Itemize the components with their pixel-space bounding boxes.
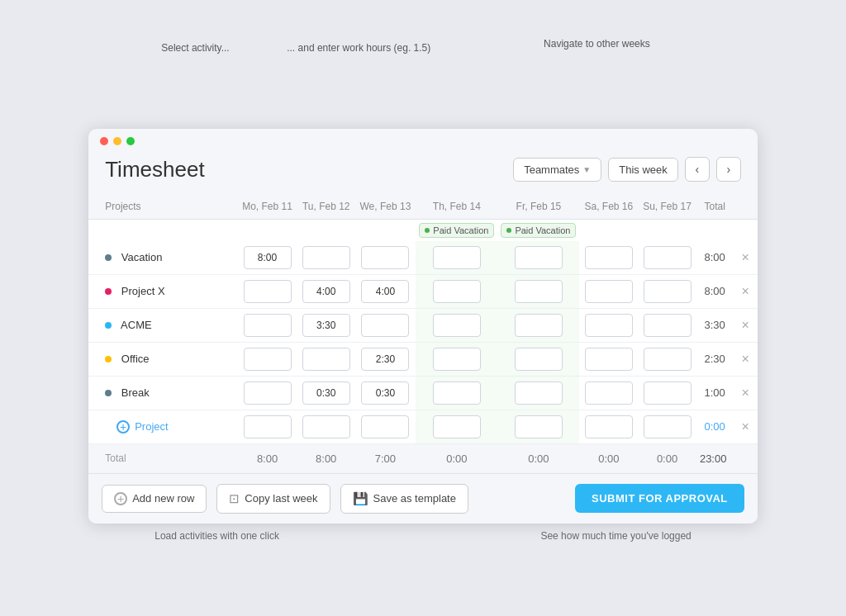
delete-acme-button[interactable]: × [736, 318, 753, 333]
input-office-wed[interactable] [361, 348, 409, 371]
cell-new-wed[interactable] [355, 410, 416, 443]
cell-vacation-mon[interactable] [237, 241, 297, 275]
traffic-light-green[interactable] [126, 137, 135, 145]
input-new-sun[interactable] [644, 415, 692, 438]
input-vacation-wed[interactable] [361, 246, 409, 269]
cell-vacation-sat[interactable] [579, 241, 638, 275]
delete-acme[interactable]: × [733, 308, 757, 342]
cell-new-sun[interactable] [638, 410, 696, 443]
copy-last-week-button[interactable]: ⊡ Copy last week [216, 484, 330, 514]
delete-new[interactable]: × [733, 410, 757, 443]
delete-vacation[interactable]: × [733, 241, 757, 275]
input-acme-fri[interactable] [515, 314, 563, 337]
input-new-tue[interactable] [302, 415, 350, 438]
cell-break-thu[interactable] [416, 376, 497, 410]
cell-office-sun[interactable] [638, 342, 696, 376]
cell-new-mon[interactable] [237, 410, 297, 443]
delete-break[interactable]: × [733, 376, 757, 410]
input-vacation-sun[interactable] [644, 246, 692, 269]
cell-acme-fri[interactable] [497, 308, 579, 342]
cell-office-tue[interactable] [297, 342, 355, 376]
cell-vacation-thu[interactable] [416, 241, 497, 275]
cell-projectx-sat[interactable] [579, 274, 638, 308]
input-break-thu[interactable] [433, 381, 481, 405]
input-vacation-fri[interactable] [515, 246, 563, 269]
cell-projectx-tue[interactable] [297, 274, 355, 308]
input-projectx-thu[interactable] [433, 280, 481, 303]
input-break-mon[interactable] [244, 381, 292, 405]
cell-acme-sat[interactable] [579, 308, 638, 342]
delete-office[interactable]: × [733, 342, 757, 376]
traffic-light-yellow[interactable] [113, 137, 121, 145]
input-break-wed[interactable] [361, 381, 409, 405]
input-acme-wed[interactable] [361, 314, 409, 337]
next-week-button[interactable]: › [716, 157, 741, 182]
submit-for-approval-button[interactable]: SUBMIT FOR APPROVAL [575, 484, 744, 513]
this-week-button[interactable]: This week [608, 158, 678, 182]
cell-vacation-wed[interactable] [355, 241, 416, 275]
input-acme-sun[interactable] [644, 314, 692, 337]
delete-vacation-button[interactable]: × [736, 250, 753, 265]
input-projectx-sun[interactable] [644, 280, 692, 303]
cell-break-mon[interactable] [237, 376, 297, 410]
input-office-thu[interactable] [433, 348, 481, 371]
input-acme-tue[interactable] [302, 314, 350, 337]
input-break-sun[interactable] [644, 381, 692, 405]
cell-projectx-thu[interactable] [416, 274, 497, 308]
cell-break-sun[interactable] [638, 376, 696, 410]
cell-break-wed[interactable] [355, 376, 416, 410]
input-vacation-tue[interactable] [302, 246, 350, 269]
input-acme-mon[interactable] [244, 314, 292, 337]
input-break-fri[interactable] [515, 381, 563, 405]
cell-new-tue[interactable] [297, 410, 355, 443]
cell-acme-wed[interactable] [355, 308, 416, 342]
input-office-sun[interactable] [644, 348, 692, 371]
input-acme-sat[interactable] [585, 314, 633, 337]
cell-vacation-fri[interactable] [497, 241, 579, 275]
cell-office-fri[interactable] [497, 342, 579, 376]
input-break-sat[interactable] [585, 381, 633, 405]
cell-vacation-sun[interactable] [638, 241, 696, 275]
input-projectx-mon[interactable] [244, 280, 292, 303]
delete-projectx-button[interactable]: × [736, 284, 753, 299]
input-projectx-sat[interactable] [585, 280, 633, 303]
cell-office-mon[interactable] [237, 342, 297, 376]
input-office-fri[interactable] [515, 348, 563, 371]
input-projectx-wed[interactable] [361, 280, 409, 303]
input-vacation-mon[interactable] [244, 246, 292, 269]
cell-projectx-fri[interactable] [497, 274, 579, 308]
add-project-button[interactable]: + Project [105, 420, 168, 434]
delete-new-button[interactable]: × [736, 419, 753, 434]
delete-break-button[interactable]: × [736, 386, 753, 400]
traffic-light-red[interactable] [100, 137, 108, 145]
input-new-mon[interactable] [244, 415, 292, 438]
cell-projectx-mon[interactable] [237, 274, 297, 308]
cell-acme-sun[interactable] [638, 308, 696, 342]
input-new-fri[interactable] [515, 415, 563, 438]
input-office-sat[interactable] [585, 348, 633, 371]
prev-week-button[interactable]: ‹ [685, 157, 710, 182]
input-vacation-thu[interactable] [433, 246, 481, 269]
input-office-mon[interactable] [244, 348, 292, 371]
delete-office-button[interactable]: × [736, 352, 753, 367]
cell-vacation-tue[interactable] [297, 241, 355, 275]
input-break-tue[interactable] [302, 381, 350, 405]
cell-projectx-sun[interactable] [638, 274, 696, 308]
delete-projectx[interactable]: × [733, 274, 757, 308]
cell-new-thu[interactable] [416, 410, 497, 443]
input-office-tue[interactable] [302, 348, 350, 371]
input-projectx-fri[interactable] [515, 280, 563, 303]
cell-office-thu[interactable] [416, 342, 497, 376]
add-new-row-button[interactable]: + Add new row [102, 485, 207, 513]
cell-acme-thu[interactable] [416, 308, 497, 342]
cell-projectx-wed[interactable] [355, 274, 416, 308]
save-as-template-button[interactable]: 💾 Save as template [340, 484, 468, 514]
add-project-cell[interactable]: + Project [88, 410, 237, 443]
cell-break-tue[interactable] [297, 376, 355, 410]
cell-acme-mon[interactable] [237, 308, 297, 342]
cell-acme-tue[interactable] [297, 308, 355, 342]
cell-new-sat[interactable] [579, 410, 638, 443]
cell-new-fri[interactable] [497, 410, 579, 443]
input-acme-thu[interactable] [433, 314, 481, 337]
cell-office-wed[interactable] [355, 342, 416, 376]
